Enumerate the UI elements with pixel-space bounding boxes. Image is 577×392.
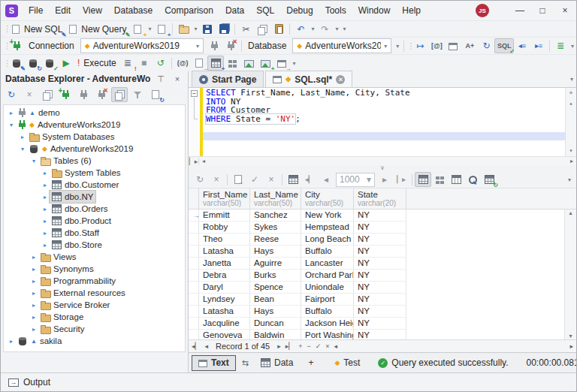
grid-cell[interactable]: Lyndsey: [199, 294, 250, 306]
grid-cell[interactable]: Duncan: [250, 318, 301, 330]
grid-scroll-down-icon[interactable]: ▾: [569, 333, 572, 339]
indent-button[interactable]: ▸≡: [530, 38, 547, 53]
grid-cell[interactable]: NY: [354, 270, 406, 282]
tree-item-dbo-ny[interactable]: ▸dbo.NY: [4, 191, 185, 203]
grid-cell[interactable]: Janetta: [199, 258, 250, 270]
tree-item-system-databases[interactable]: ▸System Databases: [4, 131, 185, 143]
tab-start-page[interactable]: Start Page: [192, 71, 264, 87]
export-data-button[interactable]: [230, 172, 246, 187]
connect-button[interactable]: [75, 87, 92, 102]
mail-button[interactable]: (@): [174, 56, 192, 71]
grid-row[interactable]: DebraBurksOrchard ParkNY: [189, 270, 564, 282]
image-view-button[interactable]: [240, 56, 257, 71]
pin-icon[interactable]: ⊤: [155, 74, 167, 84]
scroll-up-icon[interactable]: ▴: [569, 98, 573, 109]
disconnect-button[interactable]: [222, 38, 239, 53]
grid-cell[interactable]: NY: [354, 222, 406, 234]
copy-button[interactable]: [254, 22, 270, 37]
card-view-button[interactable]: [431, 172, 448, 187]
grid-cell[interactable]: Genoveva: [199, 330, 250, 339]
show-documents-button[interactable]: [111, 87, 128, 102]
editable-grid-button[interactable]: [285, 172, 301, 187]
grid-cell[interactable]: Theo: [199, 234, 250, 246]
query-history-button[interactable]: ↺: [153, 56, 169, 71]
grid-row[interactable]: LatashaHaysBuffaloNY: [189, 246, 564, 258]
tab-data-view[interactable]: Data: [255, 355, 299, 371]
grid-cell[interactable]: NY: [354, 306, 406, 318]
file-window-button[interactable]: [445, 38, 461, 53]
output-tab-label[interactable]: Output: [23, 377, 50, 387]
swap-views-icon[interactable]: ⇆: [239, 358, 252, 368]
code-line[interactable]: SELECT First_Name, Last_Name, City, Stat…: [203, 89, 565, 98]
grid-row[interactable]: RobbySykesHempsteadNY: [189, 222, 564, 234]
append-record-icon[interactable]: +: [298, 342, 302, 350]
grid-cell[interactable]: Port Washington: [301, 330, 354, 339]
menu-item-data[interactable]: Data: [219, 1, 250, 20]
grid-cell[interactable]: NY: [354, 294, 406, 306]
minimize-button[interactable]: —: [509, 1, 531, 20]
code-line[interactable]: [203, 123, 565, 132]
redo-button[interactable]: ↷: [316, 22, 333, 37]
grid-column-header-first_name[interactable]: First_Namevarchar(50): [199, 188, 250, 209]
cut-button[interactable]: ✂: [237, 22, 254, 37]
toolbar-grip[interactable]: ⋮: [406, 41, 412, 51]
tree-item-security[interactable]: ▸Security: [4, 323, 185, 335]
delete-button[interactable]: ×: [21, 87, 38, 102]
sql-editor[interactable]: − SELECT First_Name, Last_Name, City, St…: [189, 88, 576, 156]
grid-cell[interactable]: Sykes: [250, 222, 301, 234]
tree-item-sakila[interactable]: ▸▲sakila: [4, 335, 185, 347]
validate-database-button[interactable]: ✓: [41, 56, 58, 71]
edit-database-button[interactable]: ✎: [8, 56, 25, 71]
prev-record-icon[interactable]: ◂: [204, 342, 208, 350]
tab-sql-document[interactable]: ◆ SQL.sql* ×: [265, 71, 352, 87]
grid-cell[interactable]: Hays: [250, 246, 301, 258]
expand-icon[interactable]: ▸: [41, 206, 50, 213]
dropdown-arrow-icon[interactable]: ▾: [192, 26, 199, 32]
export-document-button[interactable]: →: [191, 56, 207, 71]
grid-cell[interactable]: Sanchez: [250, 210, 301, 222]
grid-cell[interactable]: Spence: [250, 282, 301, 294]
expand-icon[interactable]: ▸: [29, 314, 38, 321]
disconnect-button[interactable]: [93, 87, 110, 102]
grid-cell[interactable]: Long Beach: [301, 234, 354, 246]
fold-collapse-icon[interactable]: −: [191, 90, 198, 97]
dropdown-arrow-icon[interactable]: ▾: [340, 26, 348, 32]
close-panel-icon[interactable]: ×: [171, 74, 183, 83]
cancel-edit-icon[interactable]: ×: [325, 342, 329, 350]
expand-icon[interactable]: ▸: [41, 242, 50, 249]
stop-button[interactable]: ■: [136, 56, 153, 71]
toolbar-grip[interactable]: ⋮: [3, 59, 8, 68]
dropdown-arrow-icon[interactable]: ▾: [333, 26, 340, 32]
tree-item-service-broker[interactable]: ▸Service Broker: [4, 299, 185, 311]
grid-cell[interactable]: NY: [354, 258, 406, 270]
maximize-button[interactable]: □: [531, 1, 554, 20]
grid-view-button[interactable]: [415, 172, 431, 187]
grid-cell[interactable]: Jackson Heights: [301, 318, 354, 330]
parameters-button[interactable]: [@]: [428, 38, 445, 53]
paste-button[interactable]: [270, 22, 287, 37]
code-line[interactable]: WHERE State = 'NY';: [203, 115, 565, 124]
expand-icon[interactable]: ▸: [41, 182, 50, 188]
last-record-icon[interactable]: ▸▏: [285, 342, 294, 350]
next-record-icon[interactable]: ▸: [277, 342, 281, 350]
tree-item-external-resources[interactable]: ▸External resources: [4, 287, 185, 299]
grid-scroll-up-icon[interactable]: ▴: [569, 210, 572, 216]
dropdown-arrow-icon[interactable]: ▾: [146, 26, 153, 32]
new-document-button[interactable]: +: [129, 22, 146, 37]
tree-item-dbo-product[interactable]: ▸dbo.Product: [4, 215, 185, 227]
cancel-refresh-button[interactable]: ×: [208, 172, 225, 187]
tree-item-dbo-customer[interactable]: ▸dbo.Customer: [4, 179, 185, 191]
new-connection-button[interactable]: [8, 38, 25, 53]
expand-icon[interactable]: ▸: [7, 338, 16, 345]
expand-icon[interactable]: ▸: [7, 110, 16, 116]
delete-record-icon[interactable]: −: [307, 342, 310, 350]
expand-icon[interactable]: ▸: [29, 302, 38, 309]
menu-item-file[interactable]: File: [23, 1, 49, 20]
expand-icon[interactable]: ▸: [29, 266, 38, 273]
commit-button[interactable]: ✓: [246, 172, 263, 187]
splitter-grip-icon[interactable]: ▏▸: [189, 158, 199, 165]
refresh-results-button[interactable]: ↻: [192, 172, 208, 187]
toolbar-grip[interactable]: ⋮: [3, 24, 8, 34]
tree-item-system-tables[interactable]: ▸System Tables: [4, 167, 185, 179]
font-size-button[interactable]: A+: [461, 38, 478, 53]
